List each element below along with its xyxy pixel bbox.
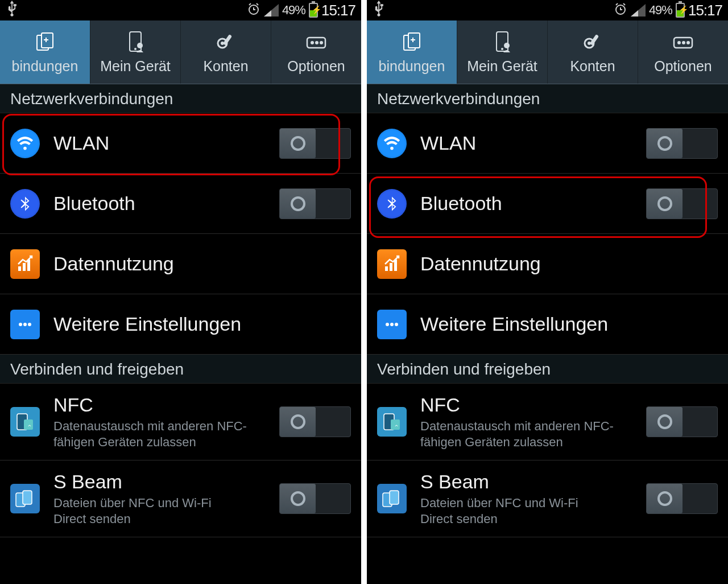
clock: 15:17 xyxy=(321,2,355,19)
data-usage-icon xyxy=(377,249,407,279)
status-bar: 49% ⚡ 15:17 xyxy=(0,0,361,20)
bluetooth-toggle[interactable] xyxy=(646,188,718,219)
nfc-toggle[interactable] xyxy=(279,406,351,437)
wifi-icon xyxy=(10,129,40,158)
signal-icon xyxy=(264,4,279,17)
item-title: NFC xyxy=(420,394,646,416)
accounts-icon xyxy=(580,30,605,55)
tab-my-device[interactable]: Mein Gerät xyxy=(90,20,181,84)
battery-icon: ⚡ xyxy=(676,3,685,18)
svg-point-39 xyxy=(386,323,389,326)
item-title: Datennutzung xyxy=(420,253,718,275)
list-item-sbeam[interactable]: S Beam Dateien über NFC und Wi-Fi Direct… xyxy=(0,460,361,537)
tab-label: bindungen xyxy=(12,58,78,75)
tab-label: Mein Gerät xyxy=(467,58,537,75)
svg-point-18 xyxy=(28,323,31,326)
usb-icon xyxy=(6,1,18,20)
svg-rect-20 xyxy=(24,420,33,430)
list-item-more-settings[interactable]: Weitere Einstellungen xyxy=(367,294,728,355)
svg-point-34 xyxy=(682,41,685,44)
settings-list-network: WLAN Bluetooth Datennutzung Weitere Eins… xyxy=(0,113,361,355)
item-title: S Beam xyxy=(420,471,646,493)
tab-label: Optionen xyxy=(287,58,345,75)
more-settings-icon xyxy=(10,310,40,339)
list-item-nfc[interactable]: NFC Datenaustausch mit anderen NFC-fähig… xyxy=(367,384,728,460)
clock: 15:17 xyxy=(688,2,722,19)
battery-percent: 49% xyxy=(649,3,672,18)
tab-connections[interactable]: bindungen xyxy=(367,20,457,84)
svg-point-10 xyxy=(311,41,314,44)
bluetooth-toggle[interactable] xyxy=(279,188,351,219)
svg-point-11 xyxy=(315,41,318,44)
nfc-icon xyxy=(10,407,40,437)
tab-label: Konten xyxy=(570,58,615,75)
svg-point-40 xyxy=(390,323,394,326)
nfc-icon xyxy=(377,407,407,437)
item-subtitle: Dateien über NFC und Wi-Fi Direct senden xyxy=(53,495,247,527)
alarm-icon xyxy=(614,2,627,19)
my-device-icon xyxy=(490,30,515,55)
svg-point-17 xyxy=(23,323,27,326)
connections-icon xyxy=(399,30,424,55)
list-item-data-usage[interactable]: Datennutzung xyxy=(367,234,728,294)
svg-point-27 xyxy=(501,48,503,50)
item-title: NFC xyxy=(53,394,279,416)
svg-point-4 xyxy=(134,48,136,50)
tab-accounts[interactable]: Konten xyxy=(548,20,638,84)
wlan-toggle[interactable] xyxy=(646,128,718,159)
settings-list-share: NFC Datenaustausch mit anderen NFC-fähig… xyxy=(367,384,728,537)
phone-screen-left: 49% ⚡ 15:17 bindungen Mein Gerät Konten xyxy=(0,0,361,584)
svg-point-41 xyxy=(395,323,398,326)
alarm-icon xyxy=(247,2,260,19)
svg-point-35 xyxy=(686,41,690,44)
settings-list-share: NFC Datenaustausch mit anderen NFC-fähig… xyxy=(0,384,361,537)
list-item-wlan[interactable]: WLAN xyxy=(0,113,361,174)
my-device-icon xyxy=(123,30,148,55)
section-header-share: Verbinden und freigeben xyxy=(0,355,361,384)
tab-my-device[interactable]: Mein Gerät xyxy=(457,20,548,84)
list-item-bluetooth[interactable]: Bluetooth xyxy=(0,174,361,234)
list-item-data-usage[interactable]: Datennutzung xyxy=(0,234,361,294)
item-subtitle: Datenaustausch mit anderen NFC-fähigen G… xyxy=(420,418,614,450)
wlan-toggle[interactable] xyxy=(279,128,351,159)
svg-point-16 xyxy=(19,323,22,326)
sbeam-toggle[interactable] xyxy=(646,483,718,514)
phone-screen-right: 49% ⚡ 15:17 bindungen Mein Gerät Konten xyxy=(367,0,728,584)
tab-connections[interactable]: bindungen xyxy=(0,20,90,84)
item-title: WLAN xyxy=(53,132,279,154)
sbeam-toggle[interactable] xyxy=(279,483,351,514)
tab-accounts[interactable]: Konten xyxy=(181,20,271,84)
list-item-bluetooth[interactable]: Bluetooth xyxy=(367,174,728,234)
svg-rect-36 xyxy=(385,266,388,271)
item-subtitle: Dateien über NFC und Wi-Fi Direct senden xyxy=(420,495,614,527)
tab-options[interactable]: Optionen xyxy=(271,20,361,84)
settings-list-network: WLAN Bluetooth Datennutzung Weitere Eins… xyxy=(367,113,728,355)
battery-icon: ⚡ xyxy=(309,3,318,18)
tab-options[interactable]: Optionen xyxy=(638,20,728,84)
svg-point-5 xyxy=(137,43,143,48)
item-subtitle: Datenaustausch mit anderen NFC-fähigen G… xyxy=(53,418,247,450)
tab-label: Mein Gerät xyxy=(100,58,171,75)
bluetooth-icon xyxy=(10,189,40,219)
battery-percent: 49% xyxy=(282,3,305,18)
list-item-more-settings[interactable]: Weitere Einstellungen xyxy=(0,294,361,355)
list-item-wlan[interactable]: WLAN xyxy=(367,113,728,174)
sbeam-icon xyxy=(377,484,407,513)
status-bar: 49% ⚡ 15:17 xyxy=(367,0,728,20)
wifi-icon xyxy=(377,129,407,158)
svg-point-33 xyxy=(677,41,681,44)
data-usage-icon xyxy=(10,249,40,279)
item-title: Weitere Einstellungen xyxy=(420,313,718,335)
list-item-sbeam[interactable]: S Beam Dateien über NFC und Wi-Fi Direct… xyxy=(367,460,728,537)
nfc-toggle[interactable] xyxy=(646,406,718,437)
svg-rect-37 xyxy=(390,263,392,271)
item-title: Weitere Einstellungen xyxy=(53,313,351,335)
svg-point-12 xyxy=(320,41,323,44)
connections-icon xyxy=(32,30,57,55)
tab-label: Konten xyxy=(203,58,248,75)
svg-point-28 xyxy=(504,43,510,48)
svg-rect-43 xyxy=(391,420,400,430)
settings-tab-bar: bindungen Mein Gerät Konten Optionen xyxy=(0,20,361,84)
item-title: Datennutzung xyxy=(53,253,351,275)
list-item-nfc[interactable]: NFC Datenaustausch mit anderen NFC-fähig… xyxy=(0,384,361,460)
